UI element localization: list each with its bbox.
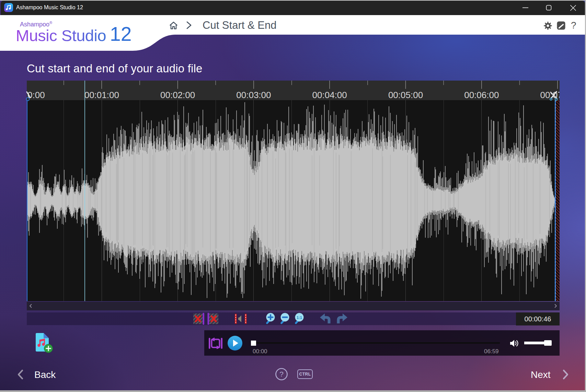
svg-text:00:05:00: 00:05:00 [388, 90, 423, 100]
svg-text:00:02:00: 00:02:00 [160, 90, 195, 100]
svg-text:00:07:00: 00:07:00 [540, 90, 560, 100]
svg-text:1:1: 1:1 [297, 316, 302, 320]
svg-text:?: ? [279, 370, 284, 378]
svg-text:00:04:00: 00:04:00 [312, 90, 347, 100]
svg-text:00:03:00: 00:03:00 [236, 90, 271, 100]
svg-text:0:00: 0:00 [27, 90, 45, 100]
svg-text:00:01:00: 00:01:00 [84, 90, 119, 100]
svg-text:00:06:00: 00:06:00 [464, 90, 499, 100]
